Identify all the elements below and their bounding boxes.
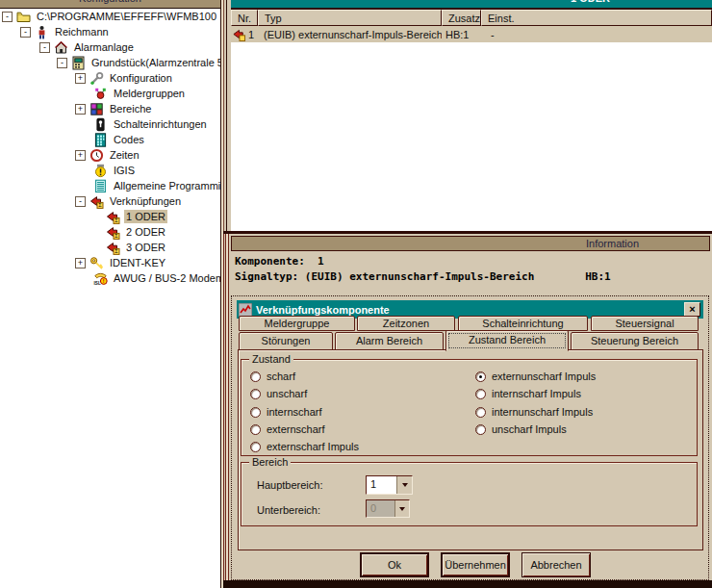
row-einst: - [481, 29, 712, 40]
info-line-komponente: Komponente: 1 [235, 255, 324, 268]
link-arrow-icon: Σ [89, 194, 104, 209]
radio-internunscharf-impuls[interactable]: internunscharf Impuls [475, 405, 593, 419]
tab-schalteinrichtung[interactable]: Schalteinrichtung [458, 316, 588, 331]
radio-label: internunscharf Impuls [492, 406, 593, 418]
row-typ: (EUIB) externunscharf-Impuls-Bereich [258, 29, 442, 40]
svg-text:Σ: Σ [98, 202, 102, 208]
column-header-einst: Einst. [481, 10, 712, 26]
tree-item-grundstueck[interactable]: - Grundstück(Alarmzentrale 5 [0, 55, 220, 70]
tree-item-schalteinrichtungen[interactable]: Schalteinrichtungen [0, 116, 220, 132]
radio-circle-icon [250, 389, 261, 399]
radio-label: internscharf Impuls [492, 388, 581, 399]
tree-item-bereiche[interactable]: + Bereiche [0, 101, 220, 116]
document-icon [93, 179, 108, 193]
tree-item-2-oder[interactable]: Σ 2 ODER [0, 224, 220, 240]
hauptbereich-combobox[interactable]: 1 [366, 475, 413, 495]
tree-item-allgemeine-programmierung[interactable]: Allgemeine Programmier [0, 178, 220, 193]
radio-externscharf[interactable]: externscharf [250, 422, 325, 436]
row-zusatz: HB:1 [442, 29, 481, 40]
radio-unscharf[interactable]: unscharf [250, 387, 307, 400]
bereich-legend: Bereich [249, 456, 291, 469]
tree-item-label: C:\PROGRAMME\EFFEFF\WFMB100 [35, 10, 218, 23]
window-bottom-edge [223, 580, 712, 588]
tab-steuerung-bereich[interactable]: Steuerung Bereich [571, 332, 699, 350]
link-arrow-icon [232, 28, 246, 41]
tree-item-root[interactable]: - C:\PROGRAMME\EFFEFF\WFMB100 [0, 9, 220, 24]
list-panel: 1 ODER Nr. Typ Zusatz Einst. 1 (EUIB) ex… [231, 0, 712, 231]
radio-internscharf-impuls[interactable]: internscharf Impuls [475, 387, 581, 400]
tree-item-label: Alarmanlage [72, 40, 136, 54]
unterbereich-label: Unterbereich: [257, 504, 320, 516]
apply-button[interactable]: Übernehmen [441, 552, 510, 577]
ok-button[interactable]: Ok [360, 552, 429, 577]
radio-label: internscharf [267, 406, 321, 418]
radio-externunscharf-impuls[interactable]: externunscharf Impuls [475, 370, 596, 383]
tree-item-igis[interactable]: IGIS [0, 163, 220, 178]
collapse-box-icon[interactable]: - [2, 12, 13, 22]
house-icon [54, 40, 68, 55]
table-row[interactable]: 1 (EUIB) externunscharf-Impuls-Bereich H… [231, 26, 712, 42]
column-header-nr: Nr. [231, 10, 258, 26]
tab-steuersignal[interactable]: Steuersignal [591, 316, 699, 331]
dialog-verknuepfungskomponente: Verknüpfungskomponente × Meldergruppe Ze… [231, 295, 709, 580]
cancel-button[interactable]: Abbrechen [521, 552, 591, 577]
keypad-icon [93, 133, 108, 147]
tree-panel-title: Konfiguration [0, 0, 220, 4]
tree-item-meldergruppen[interactable]: Meldergruppen [0, 86, 220, 101]
chevron-down-icon[interactable] [396, 476, 412, 494]
column-header-zusatz: Zusatz [442, 10, 481, 26]
tree-item-label: Reichmann [53, 25, 111, 38]
radio-circle-icon [250, 407, 261, 418]
expand-box-icon[interactable]: + [75, 150, 86, 161]
zustand-legend: Zustand [249, 353, 293, 366]
collapse-box-icon[interactable]: - [75, 196, 86, 207]
unterbereich-value: 0 [367, 500, 394, 517]
collapse-box-icon[interactable]: - [20, 27, 31, 38]
tree-panel: Konfiguration - C:\PROGRAMME\EFFEFF\WFMB… [0, 0, 220, 588]
collapse-box-icon[interactable]: - [57, 58, 67, 68]
info-panel-title: Information [586, 238, 639, 249]
link-arrow-icon: Σ [106, 210, 120, 224]
expand-box-icon[interactable]: + [75, 104, 86, 115]
tab-alarm-bereich[interactable]: Alarm Bereich [335, 332, 444, 350]
areas-icon [89, 102, 104, 116]
tree-item-3-oder[interactable]: Σ 3 ODER [0, 240, 220, 255]
phone-icon: !ISL [93, 271, 108, 286]
tab-zustand-bereich[interactable]: Zustand Bereich [445, 330, 569, 351]
tree-item-label: AWUG / BUS-2 Modem [112, 271, 220, 285]
tree-item-ident-key[interactable]: + IDENT-KEY [0, 255, 220, 270]
tree-item-zeiten[interactable]: + Zeiten [0, 147, 220, 163]
tab-meldergruppe[interactable]: Meldergruppe [239, 316, 355, 331]
info-panel-titlebar: Information [231, 236, 710, 251]
tab-zeitzonen[interactable]: Zeitzonen [357, 316, 455, 331]
tree-item-reichmann[interactable]: - Reichmann [0, 24, 220, 39]
tree-item-konfiguration[interactable]: + Konfiguration [0, 70, 220, 86]
close-icon[interactable]: × [684, 302, 700, 317]
tree-item-awug-bus2-modem[interactable]: !ISL AWUG / BUS-2 Modem [0, 270, 220, 286]
expand-box-icon[interactable]: + [75, 73, 86, 84]
hauptbereich-label: Hauptbereich: [257, 479, 323, 491]
radio-externscharf-impuls[interactable]: externscharf Impuls [250, 440, 359, 453]
person-icon [35, 25, 49, 39]
expand-box-icon[interactable]: + [75, 258, 86, 268]
link-arrow-icon: Σ [106, 225, 120, 240]
tree-item-codes[interactable]: Codes [0, 132, 220, 147]
wrench-icon [89, 71, 104, 86]
clock-icon [89, 148, 104, 163]
radio-scharf[interactable]: scharf [250, 370, 295, 383]
info-panel-border [223, 234, 231, 581]
tree-item-alarmanlage[interactable]: - Alarmanlage [0, 39, 220, 55]
collapse-box-icon[interactable]: - [39, 42, 50, 53]
tree-item-label: IGIS [112, 164, 137, 177]
radio-unscharf-impuls[interactable]: unscharf Impuls [475, 422, 567, 436]
key-icon [89, 256, 104, 270]
radio-circle-icon [250, 371, 261, 382]
radio-circle-icon [250, 442, 261, 452]
row-nr: 1 [248, 29, 254, 40]
radio-internscharf[interactable]: internscharf [250, 405, 321, 419]
switch-device-icon [93, 117, 108, 132]
radio-label: scharf [267, 371, 295, 382]
tree-item-1-oder[interactable]: Σ 1 ODER [0, 209, 220, 224]
tab-stoerungen[interactable]: Störungen [239, 332, 333, 350]
tree-item-verknuepfungen[interactable]: - Σ Verknüpfungen [0, 193, 220, 209]
